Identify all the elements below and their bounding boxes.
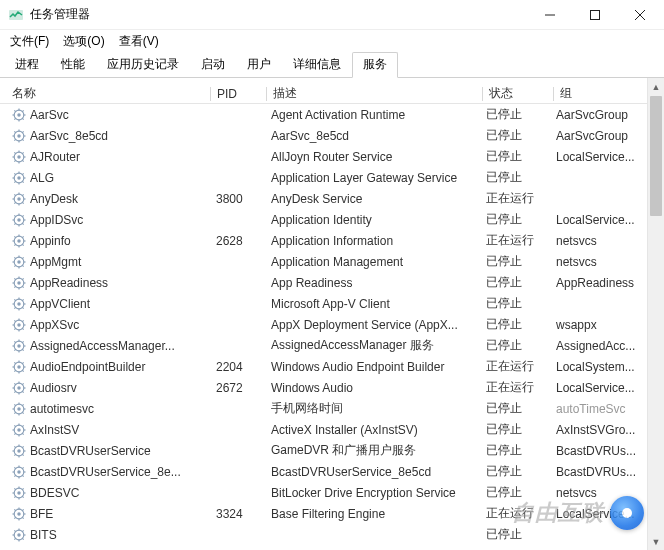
gear-icon	[12, 129, 26, 143]
service-name: AppIDSvc	[30, 213, 83, 227]
close-button[interactable]	[617, 0, 662, 30]
table-row[interactable]: Appinfo2628Application Information正在运行ne…	[0, 230, 664, 251]
tab-details[interactable]: 详细信息	[282, 52, 352, 77]
service-status: 已停止	[480, 421, 550, 438]
service-name: autotimesvc	[30, 402, 94, 416]
menu-view[interactable]: 查看(V)	[113, 31, 165, 52]
svg-line-71	[14, 236, 15, 237]
table-row[interactable]: BITS已停止	[0, 524, 664, 545]
maximize-button[interactable]	[572, 0, 617, 30]
svg-point-86	[17, 281, 21, 285]
svg-line-204	[14, 517, 15, 518]
scroll-up-button[interactable]: ▲	[648, 78, 664, 95]
column-pid[interactable]: PID	[211, 87, 266, 101]
svg-line-63	[22, 215, 23, 216]
table-row[interactable]: BFE3324Base Filtering Engine正在运行LocalSer…	[0, 503, 664, 524]
table-row[interactable]: AxInstSVActiveX Installer (AxInstSV)已停止A…	[0, 419, 664, 440]
tab-performance[interactable]: 性能	[50, 52, 96, 77]
service-pid: 2204	[210, 360, 265, 374]
tab-processes[interactable]: 进程	[4, 52, 50, 77]
table-row[interactable]: BcastDVRUserServiceGameDVR 和广播用户服务已停止Bca…	[0, 440, 664, 461]
svg-point-196	[17, 512, 21, 516]
service-name: Appinfo	[30, 234, 71, 248]
service-name: AarSvc	[30, 108, 69, 122]
service-description: AllJoyn Router Service	[265, 150, 480, 164]
svg-point-176	[17, 470, 21, 474]
svg-line-183	[22, 467, 23, 468]
svg-point-106	[17, 323, 21, 327]
svg-line-84	[14, 265, 15, 266]
column-description[interactable]: 描述	[267, 85, 482, 102]
svg-line-81	[14, 257, 15, 258]
table-row[interactable]: BcastDVRUserService_8e...BcastDVRUserSer…	[0, 461, 664, 482]
vertical-scrollbar[interactable]: ▲ ▼	[647, 78, 664, 550]
svg-line-33	[22, 152, 23, 153]
svg-point-166	[17, 449, 21, 453]
table-row[interactable]: AppVClientMicrosoft App-V Client已停止	[0, 293, 664, 314]
service-description: Application Management	[265, 255, 480, 269]
svg-line-173	[22, 446, 23, 447]
gear-icon	[12, 297, 26, 311]
svg-line-34	[14, 160, 15, 161]
service-status: 正在运行	[480, 190, 550, 207]
service-description: AssignedAccessManager 服务	[265, 337, 480, 354]
service-name: BDESVC	[30, 486, 79, 500]
tab-startup[interactable]: 启动	[190, 52, 236, 77]
service-status: 已停止	[480, 211, 550, 228]
svg-line-134	[14, 370, 15, 371]
column-name[interactable]: 名称	[0, 85, 210, 102]
table-row[interactable]: BDESVCBitLocker Drive Encryption Service…	[0, 482, 664, 503]
svg-line-41	[14, 173, 15, 174]
svg-line-133	[22, 362, 23, 363]
svg-line-164	[14, 433, 15, 434]
table-row[interactable]: AssignedAccessManager...AssignedAccessMa…	[0, 335, 664, 356]
service-pid: 3324	[210, 507, 265, 521]
tab-users[interactable]: 用户	[236, 52, 282, 77]
service-name: AnyDesk	[30, 192, 78, 206]
svg-line-113	[22, 320, 23, 321]
service-pid: 3800	[210, 192, 265, 206]
table-row[interactable]: AppReadinessApp Readiness已停止AppReadiness	[0, 272, 664, 293]
service-description: Application Identity	[265, 213, 480, 227]
svg-point-6	[17, 113, 21, 117]
menu-file[interactable]: 文件(F)	[4, 31, 55, 52]
table-row[interactable]: AarSvcAgent Activation Runtime已停止AarSvcG…	[0, 104, 664, 125]
table-row[interactable]: autotimesvc手机网络时间已停止autoTimeSvc	[0, 398, 664, 419]
service-status: 已停止	[480, 274, 550, 291]
table-row[interactable]: AarSvc_8e5cdAarSvc_8e5cd已停止AarSvcGroup	[0, 125, 664, 146]
service-name: AarSvc_8e5cd	[30, 129, 108, 143]
minimize-button[interactable]	[527, 0, 572, 30]
service-description: Agent Activation Runtime	[265, 108, 480, 122]
tab-services[interactable]: 服务	[352, 52, 398, 78]
table-row[interactable]: AnyDesk3800AnyDesk Service正在运行	[0, 188, 664, 209]
svg-line-151	[14, 404, 15, 405]
service-name: ALG	[30, 171, 54, 185]
service-status: 已停止	[480, 442, 550, 459]
svg-line-54	[14, 202, 15, 203]
table-row[interactable]: Audiosrv2672Windows Audio正在运行LocalServic…	[0, 377, 664, 398]
table-row[interactable]: AppMgmtApplication Management已停止netsvcs	[0, 251, 664, 272]
table-row[interactable]: AppIDSvcApplication Identity已停止LocalServ…	[0, 209, 664, 230]
svg-line-202	[22, 517, 23, 518]
svg-line-103	[22, 299, 23, 300]
scroll-down-button[interactable]: ▼	[648, 533, 664, 550]
svg-point-156	[17, 428, 21, 432]
svg-line-193	[22, 488, 23, 489]
svg-point-76	[17, 260, 21, 264]
svg-point-16	[17, 134, 21, 138]
tab-app-history[interactable]: 应用历史记录	[96, 52, 190, 77]
table-row[interactable]: AppXSvcAppX Deployment Service (AppX...已…	[0, 314, 664, 335]
svg-line-12	[22, 118, 23, 119]
column-status[interactable]: 状态	[483, 85, 553, 102]
service-list: AarSvcAgent Activation Runtime已停止AarSvcG…	[0, 104, 664, 545]
service-name: AppMgmt	[30, 255, 81, 269]
service-name: Audiosrv	[30, 381, 77, 395]
table-row[interactable]: ALGApplication Layer Gateway Service已停止	[0, 167, 664, 188]
menu-options[interactable]: 选项(O)	[57, 31, 110, 52]
scroll-thumb[interactable]	[650, 96, 662, 216]
table-row[interactable]: AudioEndpointBuilder2204Windows Audio En…	[0, 356, 664, 377]
svg-line-162	[22, 433, 23, 434]
table-row[interactable]: AJRouterAllJoyn Router Service已停止LocalSe…	[0, 146, 664, 167]
service-status: 已停止	[480, 295, 550, 312]
svg-line-112	[22, 328, 23, 329]
